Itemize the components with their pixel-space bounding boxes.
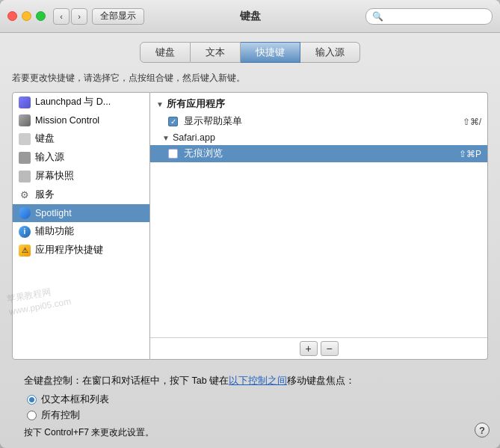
tab-keyboard[interactable]: 键盘	[140, 42, 191, 63]
forward-button[interactable]: ›	[71, 8, 87, 25]
add-shortcut-button[interactable]: +	[300, 341, 318, 356]
private-browsing-shortcut: ⇧⌘P	[459, 149, 481, 159]
title-bar: ‹ › 全部显示 键盘 🔍	[0, 0, 500, 33]
all-apps-triangle: ▼	[156, 100, 164, 108]
sidebar-label-mission: Mission Control	[35, 115, 99, 126]
show-help-label: 显示帮助菜单	[184, 115, 242, 128]
keyboard-icon	[19, 133, 31, 145]
show-help-shortcut: ⇧⌘/	[463, 117, 481, 127]
search-box[interactable]: 🔍	[365, 8, 493, 25]
keyboard-focus-link[interactable]: 以下控制之间	[229, 375, 287, 386]
sidebar-label-accessibility: 辅助功能	[35, 225, 74, 238]
safari-subgroup-header[interactable]: ▼ Safari.app	[150, 130, 487, 145]
nav-buttons: ‹ ›	[53, 8, 87, 25]
radio-text-fields[interactable]: 仅文本框和列表	[27, 393, 476, 406]
tree-toolbar: + −	[150, 337, 487, 359]
radio-all-controls[interactable]: 所有控制	[27, 409, 476, 422]
radio-group-focus: 仅文本框和列表 所有控制	[27, 393, 476, 422]
sidebar-item-accessibility[interactable]: i 辅助功能	[13, 222, 149, 241]
mission-icon	[19, 114, 31, 126]
search-input[interactable]	[386, 11, 486, 22]
tab-input[interactable]: 输入源	[300, 42, 360, 63]
show-all-button[interactable]: 全部显示	[92, 8, 144, 25]
all-apps-group-header[interactable]: ▼ 所有应用程序	[150, 96, 487, 113]
bottom-section: 全键盘控制：在窗口和对话框中，按下 Tab 键在以下控制之间移动键盘焦点： 仅文…	[12, 367, 488, 439]
window-title: 键盘	[240, 10, 261, 23]
private-browsing-label: 无痕浏览	[184, 147, 223, 160]
sidebar-item-inputsource[interactable]: 输入源	[13, 148, 149, 167]
sidebar-label-spotlight: Spotlight	[35, 208, 72, 218]
tab-shortcuts[interactable]: 快捷键	[241, 42, 300, 63]
keyboard-focus-text2: 移动键盘焦点：	[287, 375, 355, 386]
radio-all-controls-label: 所有控制	[41, 409, 80, 422]
tree-item-show-help[interactable]: ✓ 显示帮助菜单 ⇧⌘/	[150, 113, 487, 130]
back-button[interactable]: ‹	[53, 8, 70, 25]
remove-shortcut-button[interactable]: −	[321, 341, 339, 356]
sidebar-item-launchpad[interactable]: Launchpad 与 D...	[13, 93, 149, 111]
radio-text-fields-circle[interactable]	[27, 395, 37, 405]
sidebar-label-launchpad: Launchpad 与 D...	[35, 96, 111, 108]
sidebar-label-keyboard: 键盘	[35, 132, 55, 145]
bottom-note: 按下 Control+F7 来更改此设置。	[24, 426, 476, 439]
radio-text-fields-label: 仅文本框和列表	[41, 393, 109, 406]
inputsource-icon	[19, 152, 31, 164]
radio-all-controls-circle[interactable]	[27, 411, 37, 420]
all-apps-label: 所有应用程序	[167, 98, 225, 111]
help-button[interactable]: ?	[475, 423, 490, 438]
spacer	[12, 360, 488, 367]
sidebar-item-keyboard[interactable]: 键盘	[13, 129, 149, 148]
launchpad-icon	[19, 96, 31, 108]
accessibility-icon: i	[19, 226, 31, 238]
keyboard-focus-text1: 全键盘控制：在窗口和对话框中，按下 Tab 键在	[24, 375, 229, 386]
shortcuts-right-pane: ▼ 所有应用程序 ✓ 显示帮助菜单 ⇧⌘/ ▼ Safari.app	[150, 92, 488, 360]
sidebar-label-screenshot: 屏幕快照	[35, 170, 74, 182]
safari-label: Safari.app	[173, 132, 215, 143]
traffic-lights	[7, 11, 46, 21]
sidebar-item-spotlight[interactable]: Spotlight	[13, 204, 149, 222]
keyboard-focus-label: 全键盘控制：在窗口和对话框中，按下 Tab 键在以下控制之间移动键盘焦点：	[24, 375, 476, 387]
sidebar-label-service: 服务	[35, 188, 55, 201]
screenshot-icon	[19, 171, 31, 182]
tree-item-private-browsing[interactable]: 无痕浏览 ⇧⌘P	[150, 145, 487, 162]
content-area: 键盘 文本 快捷键 输入源 若要更改快捷键，请选择它，点按组合键，然后键入新键。…	[0, 33, 500, 448]
safari-triangle: ▼	[162, 134, 170, 142]
shortcuts-tree: ▼ 所有应用程序 ✓ 显示帮助菜单 ⇧⌘/ ▼ Safari.app	[150, 93, 487, 337]
sidebar-label-appkeys: 应用程序快捷键	[35, 244, 103, 257]
tab-text[interactable]: 文本	[191, 42, 241, 63]
minimize-button[interactable]	[22, 11, 31, 21]
sidebar-item-appkeys[interactable]: ⚠ 应用程序快捷键	[13, 241, 149, 260]
private-browsing-checkbox[interactable]	[168, 149, 178, 159]
appkeys-icon: ⚠	[19, 245, 31, 257]
sidebar-item-mission[interactable]: Mission Control	[13, 111, 149, 129]
search-icon: 🔍	[372, 11, 383, 22]
service-icon: ⚙	[19, 189, 31, 201]
spotlight-icon	[19, 207, 31, 219]
show-help-checkbox[interactable]: ✓	[168, 117, 178, 126]
sidebar-item-screenshot[interactable]: 屏幕快照	[13, 167, 149, 185]
close-button[interactable]	[7, 11, 17, 21]
shortcuts-sidebar: Launchpad 与 D... Mission Control 键盘 输入源 …	[12, 92, 150, 360]
maximize-button[interactable]	[36, 11, 46, 21]
tab-bar: 键盘 文本 快捷键 输入源	[12, 42, 488, 63]
sidebar-label-inputsource: 输入源	[35, 151, 64, 164]
sidebar-item-service[interactable]: ⚙ 服务	[13, 185, 149, 204]
instructions-text: 若要更改快捷键，请选择它，点按组合键，然后键入新键。	[12, 72, 488, 85]
main-panel: Launchpad 与 D... Mission Control 键盘 输入源 …	[12, 92, 488, 360]
